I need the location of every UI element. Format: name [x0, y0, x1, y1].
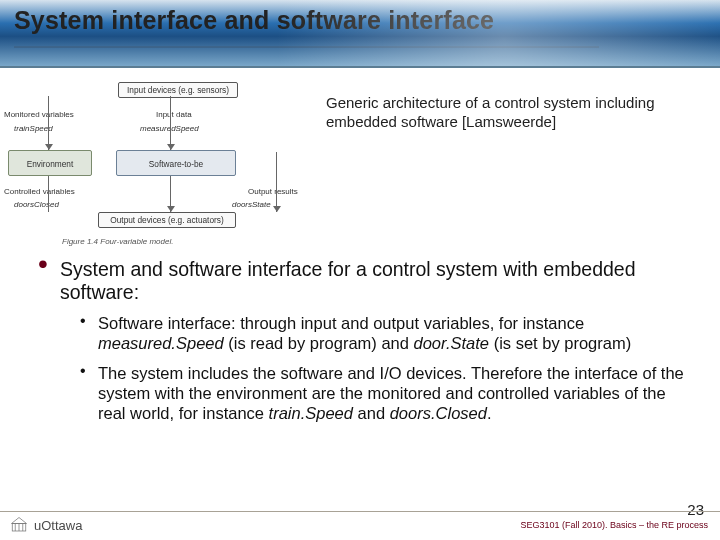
var-doorsState: doorsState: [232, 200, 271, 209]
sub-bullet-2: The system includes the software and I/O…: [84, 363, 688, 433]
logo-text: uOttawa: [34, 518, 82, 533]
bullet-main: System and software interface for a cont…: [38, 258, 688, 433]
label-input-data: Input data: [156, 110, 192, 119]
var-train-speed: train.Speed: [269, 404, 353, 422]
bullet-main-text: System and software interface for a cont…: [60, 258, 636, 303]
svg-marker-1: [12, 518, 27, 524]
diagram-arrowhead: [273, 206, 281, 212]
footer-course: SEG3101 (Fall 2010). Basics – the RE pro…: [520, 520, 708, 530]
architecture-diagram: Input devices (e.g. sensors) Environment…: [8, 82, 308, 252]
diagram-arrowhead: [45, 144, 53, 150]
diagram-software: Software-to-be: [116, 150, 236, 176]
sub-bullet-1: Software interface: through input and ou…: [84, 313, 688, 363]
label-monitored-variables: Monitored variables: [4, 110, 74, 119]
diagram-line: [48, 96, 49, 150]
var-measured-speed: measured.Speed: [98, 334, 224, 352]
title-band: System interface and software interface: [0, 0, 720, 68]
label-controlled-variables: Controlled variables: [4, 187, 75, 196]
page-title: System interface and software interface: [14, 6, 494, 35]
side-caption: Generic architecture of a control system…: [308, 82, 702, 252]
diagram-arrowhead: [167, 206, 175, 212]
content: System and software interface for a cont…: [0, 252, 720, 433]
sub1-part-b: (is read by program) and: [224, 334, 414, 352]
university-icon: [10, 516, 28, 534]
diagram-line: [48, 176, 49, 212]
sub2-part-b: and: [353, 404, 390, 422]
var-doorsClosed: doorsClosed: [14, 200, 59, 209]
sub2-period: .: [487, 404, 492, 422]
var-doors-closed: doors.Closed: [390, 404, 487, 422]
figure-caption: Figure 1.4 Four-variable model.: [62, 237, 173, 246]
diagram-output-devices: Output devices (e.g. actuators): [98, 212, 236, 228]
footer: uOttawa SEG3101 (Fall 2010). Basics – th…: [0, 511, 720, 534]
diagram-arrowhead: [167, 144, 175, 150]
sub1-part-a: Software interface: through input and ou…: [98, 314, 584, 332]
var-trainSpeed: trainSpeed: [14, 124, 53, 133]
diagram-input-devices: Input devices (e.g. sensors): [118, 82, 238, 98]
title-rule: [14, 46, 599, 48]
logo: uOttawa: [10, 516, 82, 534]
sub1-part-c: (is set by program): [489, 334, 631, 352]
diagram-line: [170, 96, 171, 150]
label-output-results: Output results: [248, 187, 298, 196]
diagram-line: [276, 152, 277, 212]
upper-area: Input devices (e.g. sensors) Environment…: [0, 68, 720, 252]
diagram-environment: Environment: [8, 150, 92, 176]
var-door-state: door.State: [414, 334, 490, 352]
